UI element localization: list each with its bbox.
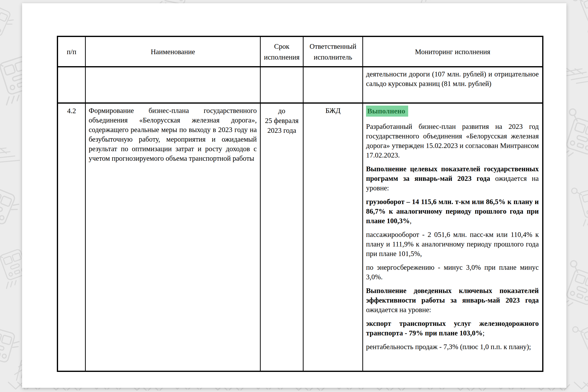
monitoring-paragraph: рентабельность продаж - 7,3% (плюс 1,0 п… xyxy=(366,342,539,352)
monitoring-paragraph: Выполнение доведенных ключевых показател… xyxy=(366,286,539,314)
status-line: Выполнено xyxy=(366,106,539,116)
header-term: Срок исполнения xyxy=(260,36,303,67)
cell-responsible: БЖД xyxy=(303,103,363,372)
table-row-continuation: деятельности дороги (107 млн. рублей) и … xyxy=(58,67,543,103)
header-name: Наименование xyxy=(86,36,260,67)
cell-name: Формирование бизнес-плана государственно… xyxy=(86,103,260,372)
term-line: до xyxy=(261,106,302,116)
term-line: 25 февраля xyxy=(261,116,302,126)
monitoring-paragraph: Выполнение целевых показателей государст… xyxy=(366,164,539,193)
monitoring-table: п/п Наименование Срок исполнения Ответст… xyxy=(57,36,544,372)
monitoring-paragraph: по энергосбережению - минус 3,0% при пла… xyxy=(366,263,539,282)
status-badge: Выполнено xyxy=(366,106,408,116)
monitoring-paragraph: экспорт транспортных услуг железнодорожн… xyxy=(366,319,539,338)
header-monitoring: Мониторинг исполнения xyxy=(363,36,543,67)
text-run: ; xyxy=(483,329,484,337)
monitoring-paragraph: деятельности дороги (107 млн. рублей) и … xyxy=(366,69,539,88)
text-run: ожидается на уровне: xyxy=(366,306,431,314)
cell-name-empty xyxy=(86,67,260,103)
cell-responsible-empty xyxy=(303,67,363,103)
bold-run: экспорт транспортных услуг железнодорожн… xyxy=(366,320,539,337)
table-row-4-2: 4.2 Формирование бизнес-плана государств… xyxy=(58,103,543,372)
text-run: , xyxy=(410,217,412,225)
cell-monitoring: Выполнено Разработанный бизнес-план разв… xyxy=(363,103,543,372)
bold-run: грузооборот – 14 115,6 млн. т-км или 86,… xyxy=(366,198,539,225)
term-line: 2023 года xyxy=(261,126,302,135)
monitoring-paragraph: пассажирооборот - 2 051,6 млн. пасс-км и… xyxy=(366,230,539,258)
monitoring-paragraph: грузооборот – 14 115,6 млн. т-км или 86,… xyxy=(366,197,539,226)
cell-term: до 25 февраля 2023 года xyxy=(260,103,303,372)
desktop-background: п/п Наименование Срок исполнения Ответст… xyxy=(0,0,588,392)
cell-num-empty xyxy=(58,67,86,103)
cell-monitoring-continuation: деятельности дороги (107 млн. рублей) и … xyxy=(363,67,543,103)
bold-run: Выполнение доведенных ключевых показател… xyxy=(366,287,539,304)
table-header-row: п/п Наименование Срок исполнения Ответст… xyxy=(58,36,543,67)
monitoring-paragraph: Разработанный бизнес-план развития на 20… xyxy=(366,122,539,160)
header-responsible: Ответственный исполнитель xyxy=(303,36,363,67)
header-num: п/п xyxy=(58,36,86,67)
cell-term-empty xyxy=(260,67,303,103)
document-page: п/п Наименование Срок исполнения Ответст… xyxy=(22,3,566,388)
cell-num: 4.2 xyxy=(58,103,86,372)
